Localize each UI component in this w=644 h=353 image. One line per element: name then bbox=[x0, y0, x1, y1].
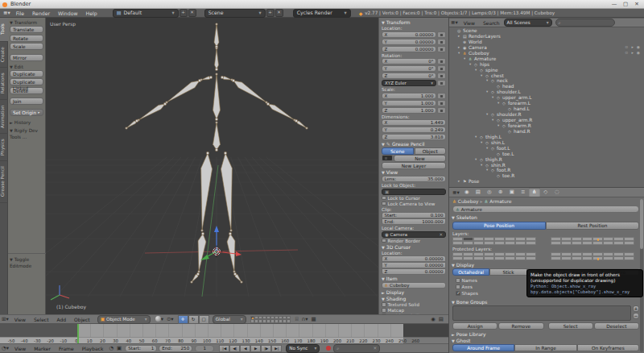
tab-object-data[interactable]: ⋔ bbox=[529, 188, 540, 197]
menu-render[interactable]: Render bbox=[28, 9, 54, 18]
shapes-checkbox[interactable]: Shapes bbox=[456, 291, 478, 296]
display-panel-header[interactable]: ▼Display bbox=[452, 262, 474, 268]
armature-layer-toggle[interactable] bbox=[572, 256, 582, 260]
editor-type-icon[interactable]: ≣▾ bbox=[449, 19, 460, 26]
layer-toggle[interactable] bbox=[287, 319, 291, 323]
outliner-row[interactable]: ▸▤RenderLayers bbox=[449, 34, 644, 39]
next-keyframe-icon[interactable]: |▶ bbox=[261, 345, 271, 352]
outliner-row[interactable]: ▾◇thigh.R bbox=[449, 157, 644, 163]
lock-icon[interactable] bbox=[437, 46, 446, 52]
scale-z-field[interactable]: Z1.000 bbox=[382, 107, 436, 114]
remove-bone-group-button[interactable]: − bbox=[633, 313, 639, 319]
remove-button[interactable]: Remove bbox=[498, 322, 543, 330]
tab-physics[interactable]: Physics bbox=[0, 134, 8, 161]
frame-start-field[interactable]: Start:1 bbox=[125, 345, 157, 352]
armature-layer-toggle[interactable] bbox=[526, 241, 536, 245]
menu-select[interactable]: Select bbox=[30, 315, 53, 324]
lock-icon[interactable]: ⌸ bbox=[294, 316, 300, 322]
outliner-row[interactable]: ▾◇hips bbox=[449, 62, 644, 68]
menu-search[interactable]: Search bbox=[479, 19, 504, 27]
duplicate-button[interactable]: Duplicate bbox=[10, 70, 43, 77]
tab-world[interactable]: ⊕ bbox=[495, 188, 506, 197]
datablock-name-field[interactable]: ⋔ Armature bbox=[452, 206, 639, 213]
outliner-row[interactable]: ▾◇forearm.L bbox=[449, 101, 644, 106]
tab-animation[interactable]: Animation bbox=[0, 100, 8, 134]
armature-layer-toggle[interactable] bbox=[526, 256, 536, 260]
mode-selector[interactable]: ▣ Object Mode▾ bbox=[97, 315, 151, 324]
editor-type-icon[interactable]: ≣▾ bbox=[2, 10, 12, 16]
lock-icon[interactable] bbox=[437, 31, 446, 38]
item-name-field[interactable]: ⋔Cubeboy bbox=[382, 282, 446, 289]
bone-groups-panel-header[interactable]: ▼Bone Groups bbox=[452, 299, 487, 305]
add-bone-group-button[interactable]: + bbox=[633, 305, 639, 312]
outliner-row[interactable]: ⊕World bbox=[449, 39, 644, 45]
armature-layer-toggle[interactable] bbox=[551, 256, 561, 260]
axes-checkbox[interactable]: Axes bbox=[456, 284, 478, 289]
armature-layer-toggle[interactable] bbox=[561, 241, 572, 245]
draw-type-octahedral[interactable]: Octahedral bbox=[452, 268, 489, 276]
outliner-row[interactable]: ◇hand.R bbox=[449, 129, 644, 135]
outliner-row[interactable]: ▾◇shoulder.R bbox=[449, 112, 644, 118]
editor-type-icon[interactable]: ◔▾ bbox=[0, 345, 10, 351]
armature-layer-toggle[interactable] bbox=[572, 241, 582, 245]
armature-layer-toggle[interactable] bbox=[582, 241, 592, 245]
lock-camera-checkbox[interactable]: Lock Camera to View bbox=[382, 201, 446, 206]
rotation-mode-dropdown[interactable]: XYZ Euler▾ bbox=[382, 80, 436, 86]
matcap-checkbox[interactable]: Matcap bbox=[382, 308, 446, 313]
translate-button[interactable]: Translate bbox=[10, 26, 43, 33]
remove-scene-button[interactable]: ✕ bbox=[275, 9, 283, 17]
armature-layer-toggle[interactable] bbox=[603, 241, 613, 245]
lock-to-object-field[interactable]: ▣ bbox=[382, 189, 446, 195]
view-panel-header[interactable]: ▼View bbox=[382, 169, 446, 176]
add-layout-button[interactable]: + bbox=[180, 9, 188, 17]
armature-layer-toggle[interactable] bbox=[592, 241, 603, 245]
render-opengl-icon[interactable]: ◉ bbox=[429, 316, 437, 322]
dimensions-y-field[interactable]: Y0.249 bbox=[382, 127, 446, 133]
rotation-z-field[interactable]: Z0° bbox=[382, 73, 436, 79]
menu-window[interactable]: Window bbox=[54, 9, 81, 18]
menu-view[interactable]: View bbox=[460, 19, 479, 27]
frame-end-field[interactable]: End:250 bbox=[159, 345, 192, 352]
outliner-row[interactable]: ◇toe.L bbox=[449, 152, 644, 157]
menu-help[interactable]: Help bbox=[82, 9, 101, 18]
timeline-canvas[interactable]: -50-40-30-20-100102030405060708090100110… bbox=[0, 324, 448, 343]
tab-tools[interactable]: Tools bbox=[0, 18, 8, 42]
armature-layer-toggle[interactable] bbox=[452, 241, 463, 245]
scale-x-field[interactable]: X1.000 bbox=[382, 93, 436, 99]
play-reverse-icon[interactable]: ◀ bbox=[240, 345, 250, 352]
deselect-button[interactable]: Deselect bbox=[594, 322, 639, 330]
selectable-icon[interactable]: ▸ bbox=[631, 51, 633, 56]
armature-layer-toggle[interactable] bbox=[494, 241, 505, 245]
armature-layer-toggle[interactable] bbox=[624, 256, 634, 260]
pose-position-button[interactable]: Pose Position bbox=[452, 222, 546, 230]
screen-layout-selector[interactable]: ▤ Default▾ bbox=[113, 9, 179, 18]
location-y-field[interactable]: Y0.00000 bbox=[382, 39, 436, 45]
armature-layer-toggle[interactable] bbox=[515, 241, 526, 245]
outliner-row[interactable]: ◇toe.R bbox=[449, 173, 644, 179]
textured-solid-checkbox[interactable]: Textured Solid bbox=[382, 302, 446, 307]
armature-layer-toggle[interactable] bbox=[624, 241, 634, 245]
ghost-mode-in-range[interactable]: In Range bbox=[514, 344, 576, 351]
gp-object-toggle[interactable]: Object bbox=[415, 147, 447, 155]
sync-mode-selector[interactable]: No Sync▾ bbox=[286, 344, 320, 353]
join-button[interactable]: Join bbox=[10, 98, 43, 105]
close-button[interactable]: ✕ bbox=[631, 0, 642, 9]
armature-layer-toggle[interactable] bbox=[473, 241, 484, 245]
timeline-playhead[interactable] bbox=[77, 324, 79, 343]
keying-set-field[interactable]: ⌕✕ bbox=[333, 344, 380, 353]
armature-layer-toggle[interactable] bbox=[505, 256, 515, 260]
clip-end-field[interactable]: End:1000.000 bbox=[382, 218, 446, 225]
ghost-panel-header[interactable]: ▼Ghost bbox=[452, 338, 470, 344]
menu-file[interactable]: File bbox=[12, 9, 28, 18]
armature-layers-grid[interactable] bbox=[551, 237, 634, 245]
gp-color-swatch[interactable] bbox=[382, 155, 393, 161]
gp-new-button[interactable]: New bbox=[394, 155, 446, 162]
rigify-panel-header[interactable]: ▼Rigify Dev Tools ... bbox=[10, 127, 43, 134]
ghost-mode-around-frame[interactable]: Around Frame bbox=[452, 344, 514, 351]
location-x-field[interactable]: X0.00000 bbox=[382, 31, 436, 38]
display-panel-header[interactable]: ►Display bbox=[382, 289, 446, 296]
outliner-row[interactable]: ▾⋔Armature bbox=[449, 56, 644, 62]
tab-scene[interactable]: ◎ bbox=[484, 188, 495, 197]
mirror-button[interactable]: Mirror bbox=[10, 54, 43, 61]
cursor-y-field[interactable]: Y0.00000 bbox=[382, 262, 446, 268]
